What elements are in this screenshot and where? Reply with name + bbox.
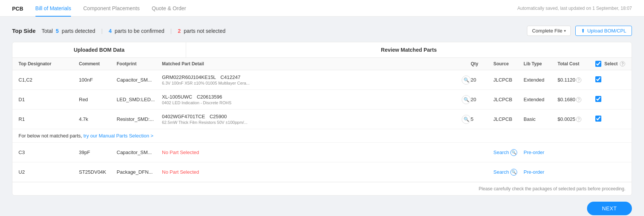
part-search-icon[interactable]: 🔍 xyxy=(462,115,471,124)
part-description: 62.5mW Thick Film Resistors 50V ±100ppm/… xyxy=(162,120,459,125)
top-right-actions: Complete File ▾ ⬆ Upload BOM/CPL xyxy=(527,26,632,36)
upload-icon: ⬆ xyxy=(581,28,585,34)
nav-tabs: PCB Bill of Materials Component Placemen… xyxy=(12,0,186,16)
comment-cell: Red xyxy=(79,97,117,102)
table-row: C1,C2 100nF Capacitor_SM... GRM022R60J10… xyxy=(12,70,632,90)
footer-note: Please carefully check the packages of s… xyxy=(12,182,632,195)
tab-bom[interactable]: Bill of Materials xyxy=(35,0,71,17)
bom-table-card: Uploaded BOM Data Review Matched Parts T… xyxy=(12,42,632,196)
upload-label: Upload BOM/CPL xyxy=(587,28,626,34)
c-code: C20613596 xyxy=(197,94,222,100)
total-label: Total xyxy=(42,28,53,34)
designator-cell: R1 xyxy=(18,116,79,122)
tab-quote[interactable]: Quote & Order xyxy=(152,0,186,17)
table-row: D1 Red LED_SMD:LED... XL-1005UWC C206135… xyxy=(12,90,632,110)
designator-cell: C3 xyxy=(18,150,79,155)
part-number: GRM022R60J104KE15L xyxy=(162,74,216,80)
col-total-cost: Total Cost xyxy=(558,61,595,67)
parts-confirmed-label: parts to be confirmed xyxy=(115,28,165,34)
top-navigation: PCB Bill of Materials Component Placemen… xyxy=(0,0,644,17)
col-designator: Top Designator xyxy=(18,61,79,67)
source-cell: JLCPCB xyxy=(493,77,524,83)
pre-order-link[interactable]: Pre-order xyxy=(524,150,558,155)
col-qty: Qty xyxy=(471,61,493,67)
part-description: 0402 LED Indication - Discrete ROHS xyxy=(162,100,459,105)
section-uploaded-bom: Uploaded BOM Data xyxy=(12,42,186,57)
part-search-icon[interactable]: 🔍 xyxy=(462,95,471,104)
search-circle-icon: 🔍 xyxy=(510,149,517,156)
cost-info-icon[interactable]: ? xyxy=(576,117,581,122)
select-all-checkbox[interactable] xyxy=(595,61,601,67)
source-cell: JLCPCB xyxy=(493,116,524,122)
total-cost-cell: $0.1680? xyxy=(558,97,595,103)
not-matched-banner: For below not matched parts, try our Man… xyxy=(12,129,632,143)
next-button-container: NEXT xyxy=(12,196,632,216)
source-cell: JLCPCB xyxy=(493,97,524,102)
tab-placements[interactable]: Component Placements xyxy=(83,0,139,17)
no-part-label: No Part Selected xyxy=(162,150,199,155)
comment-cell: ST25DV04K xyxy=(79,169,117,175)
auto-save-text: Automatically saved, last updated on 1 S… xyxy=(517,6,632,11)
matched-texts: GRM022R60J104KE15L C412247 6.3V 100nF X5… xyxy=(162,74,459,85)
not-selected-count: 2 xyxy=(178,28,181,34)
search-link[interactable]: Search 🔍 xyxy=(493,169,524,176)
part-detail-row: 0402WGF4701TCE C25900 xyxy=(162,114,459,119)
complete-file-button[interactable]: Complete File ▾ xyxy=(527,26,570,36)
select-cell xyxy=(595,76,626,83)
confirmed-count: 4 xyxy=(109,28,112,34)
select-cell xyxy=(595,116,626,123)
comment-cell: 4.7k xyxy=(79,116,117,122)
cost-info-icon[interactable]: ? xyxy=(576,97,581,102)
manual-parts-link[interactable]: try our Manual Parts Selection > xyxy=(83,133,153,139)
section-headers: Uploaded BOM Data Review Matched Parts xyxy=(12,42,632,58)
row-select-checkbox[interactable] xyxy=(595,76,601,82)
search-link[interactable]: Search 🔍 xyxy=(493,149,524,156)
table-row: R1 4.7k Resistor_SMD:... 0402WGF4701TCE … xyxy=(12,110,632,129)
part-search-icon[interactable]: 🔍 xyxy=(462,76,471,85)
chevron-down-icon: ▾ xyxy=(564,29,566,33)
designator-cell: D1 xyxy=(18,97,79,102)
parts-count: 5 xyxy=(56,28,59,34)
row-select-checkbox[interactable] xyxy=(595,116,601,122)
cost-info-icon[interactable]: ? xyxy=(576,77,581,83)
designator-cell: U2 xyxy=(18,169,79,175)
footprint-cell: Resistor_SMD:... xyxy=(117,116,162,122)
no-part-label: No Part Selected xyxy=(162,169,199,175)
footprint-cell: LED_SMD:LED... xyxy=(117,97,162,102)
col-source: Source xyxy=(493,61,524,67)
next-button[interactable]: NEXT xyxy=(587,202,632,215)
footprint-cell: Capacitor_SM... xyxy=(117,150,162,155)
part-number: XL-1005UWC xyxy=(162,94,192,100)
footprint-cell: Package_DFN... xyxy=(117,169,162,175)
qty-cell: 20 xyxy=(471,77,493,83)
part-detail-row: GRM022R60J104KE15L C412247 xyxy=(162,74,459,80)
select-cell xyxy=(595,96,626,103)
pre-order-link[interactable]: Pre-order xyxy=(524,169,558,175)
part-detail-row: XL-1005UWC C20613596 xyxy=(162,94,459,100)
col-comment: Comment xyxy=(79,61,117,67)
footprint-cell: Capacitor_SM... xyxy=(117,77,162,83)
c-code: C412247 xyxy=(220,74,240,80)
upload-bom-button[interactable]: ⬆ Upload BOM/CPL xyxy=(575,26,632,36)
col-matched-detail: Matched Part Detail xyxy=(162,61,471,67)
column-headers: Top Designator Comment Footprint Matched… xyxy=(12,58,632,70)
part-description: 6.3V 100nF X5R ±10% 01005 Multilayer Cer… xyxy=(162,81,459,85)
parts-not-selected-label: parts not selected xyxy=(184,28,226,34)
parts-summary: Top Side Total 5 parts detected | 4 part… xyxy=(12,28,225,34)
row-select-checkbox[interactable] xyxy=(595,96,601,102)
complete-file-label: Complete File xyxy=(532,28,562,34)
table-row: U2 ST25DV04K Package_DFN... No Part Sele… xyxy=(12,162,632,182)
col-lib-type: Lib Type xyxy=(524,61,558,67)
lib-type-cell: Extended xyxy=(524,97,558,102)
tab-pcb[interactable]: PCB xyxy=(12,0,23,17)
not-matched-text: For below not matched parts, xyxy=(18,133,82,139)
side-label: Top Side xyxy=(12,28,35,34)
total-cost-cell: $0.1120? xyxy=(558,77,595,83)
matched-texts: XL-1005UWC C20613596 0402 LED Indication… xyxy=(162,94,459,105)
col-select: Select ? xyxy=(595,61,626,67)
main-content: Top Side Total 5 parts detected | 4 part… xyxy=(0,17,644,216)
select-info-icon[interactable]: ? xyxy=(620,61,625,66)
matched-detail-cell: No Part Selected xyxy=(162,169,471,175)
comment-cell: 39pF xyxy=(79,150,117,155)
matched-detail-cell: GRM022R60J104KE15L C412247 6.3V 100nF X5… xyxy=(162,74,471,85)
